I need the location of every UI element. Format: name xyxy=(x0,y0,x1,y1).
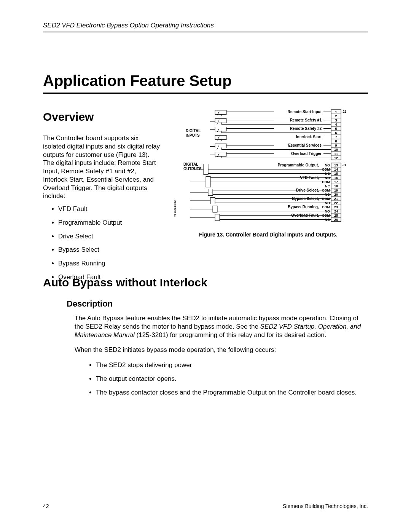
description-body: The Auto Bypass feature enables the SED2… xyxy=(75,314,368,402)
input-label: Remote Safety #2 xyxy=(290,126,322,131)
list-item: VFD Fault xyxy=(58,205,161,213)
input-label: Overload Trigger xyxy=(291,152,322,156)
figure-13: VFD0114R2 DIGITAL INPUTS DIGITAL OUTPUTS… xyxy=(167,107,369,230)
svg-text:17: 17 xyxy=(334,180,338,184)
contact-tag: COM xyxy=(322,214,330,217)
contact-tag: NO xyxy=(325,218,330,222)
list-item: Programmable Output xyxy=(58,219,161,227)
page-footer: 42 Siemens Building Technologies, Inc. xyxy=(43,503,368,509)
digital-outputs-label-2: OUTPUTS xyxy=(183,167,202,171)
description-bullets: The SED2 stops delivering power The outp… xyxy=(75,361,368,396)
svg-text:3: 3 xyxy=(335,118,337,122)
overview-paragraph: The Controller board supports six isolat… xyxy=(43,134,161,200)
svg-text:13: 13 xyxy=(334,163,338,167)
svg-rect-107 xyxy=(206,177,210,187)
auto-bypass-heading: Auto Bypass without Interlock xyxy=(43,276,207,289)
desc-para-1c: (125-3201) for programming of this relay… xyxy=(135,331,327,339)
svg-text:14: 14 xyxy=(334,168,338,171)
svg-text:5: 5 xyxy=(335,127,337,131)
contact-tag: NO xyxy=(325,201,330,205)
chapter-title-block: Application Feature Setup xyxy=(43,72,368,97)
svg-rect-102 xyxy=(204,164,208,175)
svg-text:20: 20 xyxy=(334,193,338,197)
footer-company: Siemens Building Technologies, Inc. xyxy=(283,503,368,509)
svg-rect-124 xyxy=(215,214,220,221)
overview-bullets: VFD Fault Programmable Output Drive Sele… xyxy=(43,205,161,281)
svg-text:8: 8 xyxy=(335,139,337,143)
svg-text:2: 2 xyxy=(335,114,337,118)
conn-j1-label: J1 xyxy=(342,163,346,167)
overview-heading: Overview xyxy=(43,110,94,123)
input-rows: Remote Start InputRemote Safety #1Remote… xyxy=(210,110,331,158)
contact-tag: COM xyxy=(322,189,330,192)
page-header: SED2 VFD Electronic Bypass Option Operat… xyxy=(43,22,368,35)
contact-tag: NO xyxy=(325,176,330,180)
svg-text:24: 24 xyxy=(334,209,338,213)
contact-tag: NO xyxy=(325,209,330,213)
svg-text:15: 15 xyxy=(334,172,338,176)
svg-rect-58 xyxy=(215,110,226,115)
svg-rect-82 xyxy=(215,136,226,140)
contact-tag: COM xyxy=(322,168,330,171)
conn-j2-label: J2 xyxy=(342,110,346,113)
contact-tag: COM xyxy=(322,197,330,201)
svg-rect-112 xyxy=(208,189,213,196)
list-item: The output contactor opens. xyxy=(96,375,368,383)
list-item: Bypass Running xyxy=(58,259,161,268)
svg-text:18: 18 xyxy=(334,184,338,188)
input-label: Remote Start Input xyxy=(288,110,322,114)
desc-para-1: The Auto Bypass feature enables the SED2… xyxy=(75,314,368,339)
svg-text:21: 21 xyxy=(334,197,338,201)
list-item: The SED2 stops delivering power xyxy=(96,361,368,369)
svg-text:22: 22 xyxy=(334,201,338,205)
digital-outputs-label-1: DIGITAL xyxy=(183,162,198,166)
input-label: Interlock Start xyxy=(296,135,322,139)
svg-text:11: 11 xyxy=(334,152,338,156)
svg-rect-98 xyxy=(215,152,226,157)
desc-para-2: When the SED2 initiates bypass mode oper… xyxy=(75,346,368,354)
description-heading: Description xyxy=(67,299,113,309)
digital-inputs-label-1: DIGITAL xyxy=(186,129,201,133)
svg-text:26: 26 xyxy=(334,218,338,222)
svg-rect-116 xyxy=(210,198,215,204)
figure-caption: Figure 13. Controller Board Digital Inpu… xyxy=(179,232,358,238)
input-label: Essential Services xyxy=(288,143,322,147)
page-container: SED2 VFD Electronic Bypass Option Operat… xyxy=(0,0,411,532)
digital-inputs-label-2: INPUTS xyxy=(186,133,200,137)
diagram-id-label: VFD0114R2 xyxy=(173,200,177,217)
svg-text:25: 25 xyxy=(334,214,338,217)
contact-tag: COM xyxy=(322,180,330,184)
header-title: SED2 VFD Electronic Bypass Option Operat… xyxy=(43,22,368,29)
input-label: Remote Safety #1 xyxy=(290,118,322,122)
svg-text:4: 4 xyxy=(335,123,337,126)
chapter-title: Application Feature Setup xyxy=(43,72,368,89)
contact-tag: NO xyxy=(325,163,330,167)
svg-rect-74 xyxy=(215,127,226,131)
svg-text:6: 6 xyxy=(335,131,337,135)
list-item: The bypass contactor closes and the Prog… xyxy=(96,388,368,397)
contact-tag: COM xyxy=(322,205,330,209)
svg-text:7: 7 xyxy=(335,135,337,139)
contact-tag: NC xyxy=(325,184,330,188)
svg-text:12: 12 xyxy=(334,156,338,160)
svg-rect-66 xyxy=(215,119,226,123)
svg-text:19: 19 xyxy=(334,189,338,192)
svg-text:16: 16 xyxy=(334,176,338,180)
output-rows: Programmable Output,NOCOMNCVFD Fault,NOC… xyxy=(190,163,331,222)
svg-text:9: 9 xyxy=(335,144,337,147)
overview-body: The Controller board supports six isolat… xyxy=(43,134,161,287)
svg-text:23: 23 xyxy=(334,205,338,209)
list-item: Drive Select xyxy=(58,232,161,241)
io-diagram: VFD0114R2 DIGITAL INPUTS DIGITAL OUTPUTS… xyxy=(167,107,369,228)
svg-rect-120 xyxy=(213,206,217,212)
svg-text:1: 1 xyxy=(335,110,337,114)
list-item: Bypass Select xyxy=(58,246,161,254)
contact-tag: NO xyxy=(325,193,330,197)
contact-tag: NC xyxy=(325,172,330,176)
page-number: 42 xyxy=(43,503,49,509)
header-rule xyxy=(43,32,368,32)
svg-text:10: 10 xyxy=(334,148,338,152)
chapter-title-rule xyxy=(43,93,368,94)
svg-rect-90 xyxy=(215,144,226,148)
